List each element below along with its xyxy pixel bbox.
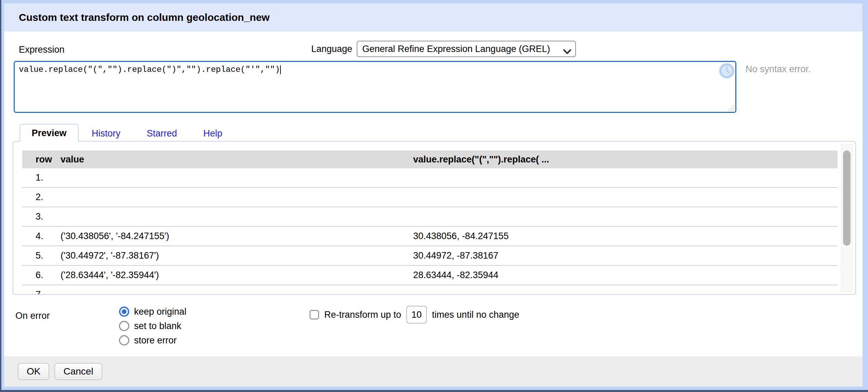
retransform-checkbox[interactable] xyxy=(310,310,319,319)
table-row: 7. xyxy=(22,285,838,294)
expression-input[interactable]: value.replace("(","").replace(")","").re… xyxy=(14,61,736,113)
scrollbar-thumb[interactable] xyxy=(843,151,851,246)
language-select[interactable]: General Refine Expression Language (GREL… xyxy=(357,41,576,57)
radio-icon xyxy=(119,321,129,331)
on-error-option-label: set to blank xyxy=(134,321,181,331)
preview-table: row value value.replace("(","").replace(… xyxy=(22,151,838,294)
row-number: 5. xyxy=(36,250,61,261)
on-error-option-label: store error xyxy=(134,335,177,346)
ok-button[interactable]: OK xyxy=(18,363,49,380)
on-error-option[interactable]: keep original xyxy=(119,306,186,317)
language-select-wrap: General Refine Expression Language (GREL… xyxy=(357,41,576,57)
expression-label: Expression xyxy=(19,44,65,55)
table-row: 6. ('28.63444', '-82.35944') 28.63444, -… xyxy=(22,266,838,285)
retransform-label-after: times until no change xyxy=(432,310,519,320)
tab-bar: Preview History Starred Help xyxy=(4,124,856,142)
row-value: ('28.63444', '-82.35944') xyxy=(61,270,413,280)
vertical-scrollbar[interactable] xyxy=(841,144,853,291)
column-header-row: row xyxy=(36,154,61,165)
column-header-value: value xyxy=(61,154,413,165)
language-label: Language xyxy=(311,44,352,54)
dialog-body: Expression Language General Refine Expre… xyxy=(4,31,863,356)
text-cursor xyxy=(280,65,281,74)
row-result: 28.63444, -82.35944 xyxy=(413,270,838,280)
expression-text: value.replace("(","").replace(")","").re… xyxy=(19,65,280,74)
row-result: 30.44972, -87.38167 xyxy=(413,250,838,261)
table-row: 5. ('30.44972', '-87.38167') 30.44972, -… xyxy=(22,246,838,266)
tab-history[interactable]: History xyxy=(90,125,122,142)
on-error-option[interactable]: store error xyxy=(119,335,186,346)
radio-icon xyxy=(119,335,129,345)
row-number: 2. xyxy=(36,192,61,202)
tab-starred[interactable]: Starred xyxy=(145,125,179,142)
dialog-footer: OK Cancel xyxy=(4,356,863,387)
preview-rows: 1. 2. 3. 4. ('30.438056', '-84.247155') … xyxy=(22,168,838,294)
retransform-label-before: Re-transform up to xyxy=(324,310,401,320)
table-row: 2. xyxy=(22,188,838,207)
row-value: ('30.438056', '-84.247155') xyxy=(61,231,413,241)
radio-dot xyxy=(122,309,127,314)
on-error-option[interactable]: set to blank xyxy=(119,320,186,332)
dialog-header: Custom text transform on column geolocat… xyxy=(4,3,863,31)
row-value: ('30.44972', '-87.38167') xyxy=(61,250,413,261)
dialog-backdrop: Custom text transform on column geolocat… xyxy=(0,0,868,392)
table-header-row: row value value.replace("(","").replace(… xyxy=(22,151,838,168)
cancel-button[interactable]: Cancel xyxy=(54,363,102,380)
tab-preview[interactable]: Preview xyxy=(19,124,79,142)
language-row: Language General Refine Expression Langu… xyxy=(311,41,576,57)
on-error-option-label: keep original xyxy=(134,306,186,317)
times-input[interactable] xyxy=(406,306,427,324)
row-number: 4. xyxy=(36,231,61,241)
table-row: 1. xyxy=(22,168,838,188)
dialog-title: Custom text transform on column geolocat… xyxy=(19,12,269,23)
column-header-result: value.replace("(","").replace( ... xyxy=(413,154,838,165)
table-row: 3. xyxy=(22,207,838,227)
table-row: 4. ('30.438056', '-84.247155') 30.438056… xyxy=(22,227,838,246)
dialog-frame: Custom text transform on column geolocat… xyxy=(1,0,868,390)
on-error-options: keep original set to blank store error xyxy=(119,306,186,346)
tab-help[interactable]: Help xyxy=(202,125,224,142)
radio-icon xyxy=(119,306,129,317)
on-error-label: On error xyxy=(15,311,50,321)
row-result: 30.438056, -84.247155 xyxy=(413,231,838,241)
row-number: 7. xyxy=(36,289,61,294)
row-number: 1. xyxy=(36,172,61,183)
row-number: 6. xyxy=(36,270,61,280)
clock-icon[interactable] xyxy=(719,63,735,79)
row-number: 3. xyxy=(36,211,61,222)
retransform-row: Re-transform up to times until no change xyxy=(310,306,519,324)
custom-text-transform-dialog: Custom text transform on column geolocat… xyxy=(4,3,863,387)
syntax-status: No syntax error. xyxy=(746,64,811,75)
resize-grip-icon[interactable] xyxy=(728,105,734,111)
preview-panel: row value value.replace("(","").replace(… xyxy=(13,141,856,295)
